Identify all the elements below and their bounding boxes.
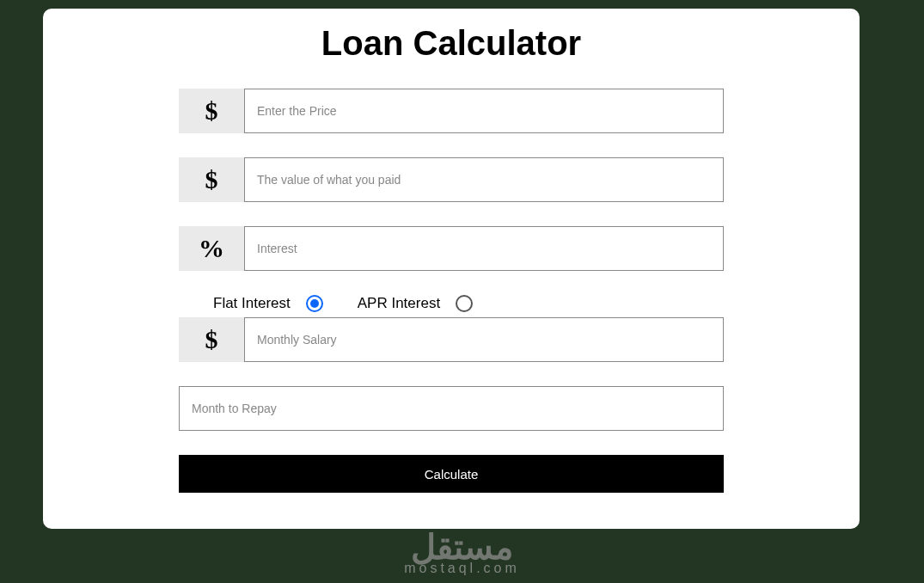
flat-interest-option[interactable]: Flat Interest	[213, 295, 323, 312]
page-title: Loan Calculator	[43, 24, 860, 63]
paid-row: $	[179, 157, 724, 202]
radio-icon[interactable]	[456, 295, 473, 312]
radio-checked-icon	[310, 299, 319, 308]
paid-input[interactable]	[244, 157, 724, 202]
interest-row: %	[179, 226, 724, 271]
salary-row: $	[179, 317, 724, 362]
interest-type-group: Flat Interest APR Interest	[179, 295, 724, 312]
dollar-icon: $	[179, 317, 244, 362]
apr-interest-option[interactable]: APR Interest	[358, 295, 473, 312]
calculate-button[interactable]: Calculate	[179, 455, 724, 493]
loan-form: $ $ % Flat Interest APR Interest $	[179, 89, 724, 493]
dollar-icon: $	[179, 89, 244, 133]
interest-input[interactable]	[244, 226, 724, 271]
price-row: $	[179, 89, 724, 133]
repay-input[interactable]	[179, 386, 724, 431]
watermark-text: mostaql.com	[404, 561, 520, 576]
repay-row	[179, 386, 724, 431]
salary-input[interactable]	[244, 317, 724, 362]
percent-icon: %	[179, 226, 244, 271]
price-input[interactable]	[244, 89, 724, 133]
dollar-icon: $	[179, 157, 244, 202]
mostaql-logo-icon: مستقل	[404, 530, 520, 564]
calculator-card: Loan Calculator $ $ % Flat Interest APR …	[43, 9, 860, 529]
radio-icon[interactable]	[306, 295, 323, 312]
apr-interest-label: APR Interest	[358, 295, 440, 312]
flat-interest-label: Flat Interest	[213, 295, 291, 312]
watermark: مستقل mostaql.com	[404, 530, 520, 576]
